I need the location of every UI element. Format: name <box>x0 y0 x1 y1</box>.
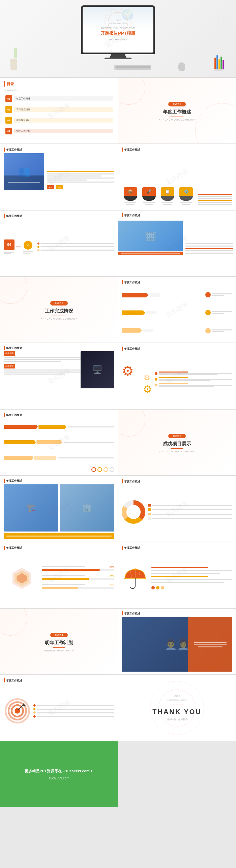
slide-work-2: 年度工作概述 标题文字 标题文字 🖥️ <box>0 343 118 409</box>
part1-badge: PART 1 <box>168 102 186 106</box>
contents-item-4: 04 明年工作计划 <box>4 127 114 135</box>
svg-point-8 <box>145 577 146 579</box>
progress-2 <box>42 578 89 580</box>
hex-graphic <box>4 552 40 604</box>
slide-title-7: 年度工作概述 <box>124 214 140 217</box>
contents-text-1: 年度工作概述 <box>14 96 113 101</box>
slide-thanks: LOGO 品牌名称 标语标语 THANK YOU 感谢聆听，批评指导 <box>118 675 236 741</box>
slide-work-1: 年度工作概述 <box>118 277 236 343</box>
slide-part1-title: PART 1 年度工作概述 ANNUAL WORK SUMMARY 觉鸟图库 <box>118 78 236 144</box>
part1-title: 年度工作概述 <box>159 109 195 115</box>
contents-num-1: 01 <box>5 95 12 102</box>
part4-title: 明年工作计划 <box>44 640 74 646</box>
slide-part2-title: PART 2 工作完成情况 ANNUAL WORK SUMMARY 觉鸟图库 <box>0 277 118 343</box>
progress-3 <box>42 587 78 589</box>
slide-overview-2: 年度工作概述 📦 <box>118 144 236 210</box>
thanks-title: THANK YOU <box>152 708 202 716</box>
title-bar-6 <box>4 214 5 218</box>
building-image: 🏢 <box>118 221 183 251</box>
slide-part3-title: PART 3 成功项目展示 ANNUAL WORK SUMMARY 觉鸟图库 <box>118 409 236 475</box>
contents-num-3: 03 <box>5 117 12 124</box>
contents-accent-bar <box>4 81 5 87</box>
slide-ad: 更多精品PPT资源尽在—sucai999.com！ sucai999.com <box>0 741 118 807</box>
business-image: 👥 <box>4 153 44 190</box>
slide-title-6: 年度工作概述 <box>6 214 22 218</box>
thanks-logo-label: LOGO <box>152 695 202 697</box>
contents-text-3: 成功项目展示 <box>14 118 113 123</box>
title-bar-7 <box>122 213 123 217</box>
contents-text-4: 明年工作计划 <box>14 129 113 133</box>
ad-url: sucai999.com <box>49 776 69 780</box>
part4-subtitle: ANNUAL WORK PLAN <box>44 649 74 652</box>
slide-part4-title: PART 4 明年工作计划 ANNUAL WORK PLAN 觉鸟图库 <box>0 608 118 675</box>
monitor: 🌍 LOGO 品牌名称 AASTUNNAS 会议简报/部门交流/工作总结/工作汇… <box>81 5 155 59</box>
part3-subtitle: ANNUAL WORK SUMMARY <box>159 450 195 453</box>
slide-work-4: 年度工作概述 <box>0 409 118 475</box>
slide-project-2: 年度工作概述 <box>118 475 236 542</box>
slide-overview-3: 年度工作概述 04 ✓ <box>0 210 118 277</box>
part3-title: 成功项目展示 <box>159 441 195 447</box>
slide-work-3: 年度工作概述 ⚙ ⚙ ⚙ <box>118 343 236 409</box>
part2-title: 工作完成情况 <box>41 308 77 314</box>
svg-point-7 <box>124 577 126 579</box>
slide-overview-1: 年度工作概述 👥 <box>0 144 118 210</box>
project-photo-1: 🏗️ <box>4 484 58 531</box>
part2-badge: PART 2 <box>50 301 68 306</box>
part2-subtitle: ANNUAL WORK SUMMARY <box>41 318 77 320</box>
part3-badge: PART 3 <box>168 434 186 438</box>
contents-title: 目录 <box>7 82 14 87</box>
slide-meta: 汇报：XXX 部门：销售部 <box>109 38 127 40</box>
slide-title-5: 年度工作概述 <box>124 148 140 152</box>
keyboard <box>114 65 151 70</box>
slide-contents: 目录 CONTENTS 01 年度工作概述 02 工作完成情况 03 成功项目展… <box>0 78 118 144</box>
tag-2: 标签 <box>56 185 63 189</box>
contents-num-2: 02 <box>5 106 12 113</box>
ad-text: 更多精品PPT资源尽在—sucai999.com！ <box>25 769 93 774</box>
team-photo: 👨‍💼👩‍💼 <box>122 617 232 672</box>
arrow-3 <box>122 328 142 333</box>
tag-1: 标签 <box>47 185 54 189</box>
contents-text-2: 工作完成情况 <box>14 107 113 112</box>
arrow-2 <box>122 310 145 315</box>
contents-item-2: 02 工作完成情况 <box>4 105 114 114</box>
svg-point-9 <box>135 568 136 570</box>
umbrella-icon <box>122 565 149 592</box>
slide-plan-1: 年度工作概述 👨‍💼👩‍💼 觉鸟图库 <box>118 608 236 675</box>
donut-chart <box>122 500 145 524</box>
decoration-vase <box>10 48 17 70</box>
project-photo-2: 🏢 <box>60 484 114 531</box>
mouse <box>178 62 185 71</box>
slide-overview-4: 年度工作概述 🏢 <box>118 210 236 277</box>
slide-project-3: 年度工作概述 80% <box>0 542 118 608</box>
slide-project-1: 年度工作概述 🏗️ 🏢 觉鸟图库 <box>0 475 118 542</box>
gears-graphic: ⚙ ⚙ ⚙ <box>122 364 152 395</box>
slide-cover: 🌍 LOGO 品牌名称 AASTUNNAS 会议简报/部门交流/工作总结/工作汇… <box>0 0 236 78</box>
part4-badge: PART 4 <box>50 633 68 637</box>
arrow-1 <box>122 293 149 298</box>
slide-plan-2: 年度工作概述 <box>0 675 118 741</box>
title-bar-5 <box>122 148 123 152</box>
contents-item-1: 01 年度工作概述 <box>4 94 114 103</box>
target-graphic <box>4 698 31 724</box>
office-image: 🖥️ <box>81 351 114 389</box>
part1-subtitle: ANNUAL WORK SUMMARY <box>159 119 195 121</box>
slide-title: 年度工作概述 <box>6 148 22 152</box>
progress-1 <box>42 569 100 571</box>
contents-item-3: 03 成功项目展示 <box>4 116 114 125</box>
thanks-subtitle: 感谢聆听，批评指导 <box>152 718 202 721</box>
slide-project-4: 年度工作概述 <box>118 542 236 608</box>
contents-num-4: 04 <box>5 128 12 134</box>
title-bar <box>4 148 5 152</box>
decoration-pencils <box>214 55 224 71</box>
contents-subtitle: CONTENTS <box>4 89 114 92</box>
